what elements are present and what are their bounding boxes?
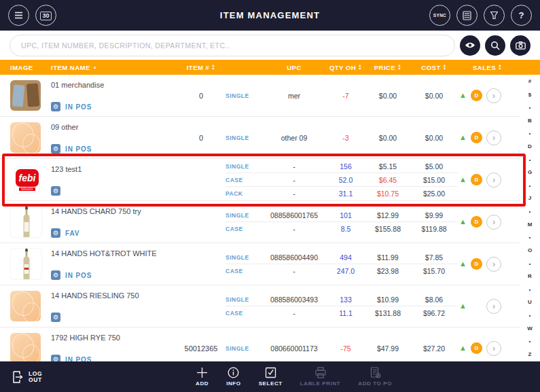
alpha-index-dot: •: [529, 287, 530, 292]
column-header-price[interactable]: PRICE ▲▼: [365, 64, 410, 71]
item-image: [10, 291, 41, 321]
price-value: $5.15: [365, 162, 410, 171]
search-input[interactable]: [10, 35, 455, 56]
price-value: $6.45: [365, 176, 410, 184]
qty-on-hand-link[interactable]: -3: [326, 134, 365, 142]
alpha-index-letter[interactable]: Z: [528, 352, 532, 357]
variant-line: CASE - 11.1 $131.88 $96.72: [226, 306, 458, 319]
alpha-index-dot: •: [529, 158, 530, 162]
column-header-sales[interactable]: SALES ▲▼: [458, 64, 515, 71]
help-button[interactable]: ?: [511, 5, 532, 26]
cost-value: $96.72: [410, 309, 458, 317]
menu-button[interactable]: [8, 5, 29, 26]
item-settings-gear-icon[interactable]: ⚙: [51, 228, 60, 238]
deal-badge-icon: D: [471, 90, 482, 101]
column-header-cost[interactable]: COST ▲▼: [410, 64, 458, 71]
alpha-index-letter[interactable]: M: [528, 222, 533, 228]
alpha-index-letter[interactable]: B: [528, 118, 532, 124]
item-management-screen: 30 ITEM MANAGEMENT SYNC ?: [0, 0, 540, 392]
alpha-index-letter[interactable]: J: [528, 196, 531, 201]
alpha-index-letter[interactable]: R: [528, 274, 532, 279]
qty-on-hand-link[interactable]: 8.5: [326, 225, 365, 233]
alpha-index-letter[interactable]: U: [528, 300, 532, 305]
item-settings-gear-icon[interactable]: ⚙: [51, 102, 60, 111]
calculator-button[interactable]: [456, 5, 478, 26]
column-header-item-number[interactable]: ITEM # ▲▼: [177, 64, 226, 71]
trend-up-icon: ▲: [459, 218, 467, 226]
calendar-button[interactable]: 30: [35, 5, 56, 26]
item-settings-gear-icon[interactable]: ⚙: [51, 355, 60, 361]
qty-on-hand-link[interactable]: -75: [326, 344, 365, 353]
item-settings-gear-icon[interactable]: ⚙: [51, 144, 60, 154]
table-row[interactable]: 09 other ⚙ IN POS 0 SINGLE other 09 -3 $…: [0, 117, 540, 159]
alpha-index-letter[interactable]: $: [528, 92, 531, 98]
alpha-index-dot: •: [529, 183, 530, 188]
select-button[interactable]: SELECT: [259, 367, 283, 387]
item-status-tag: IN POS: [65, 356, 92, 362]
alpha-index-letter[interactable]: W: [527, 326, 533, 332]
qty-on-hand-link[interactable]: 247.0: [326, 267, 365, 275]
sync-button[interactable]: SYNC: [429, 5, 450, 26]
table-row[interactable]: febibilstein 123 test1 ⚙ SINGLE - 156 $5…: [0, 159, 540, 201]
purchase-order-icon: [370, 367, 381, 378]
qty-on-hand-link[interactable]: 31.1: [326, 190, 365, 198]
trend-up-icon: ▲: [459, 176, 467, 183]
row-detail-button[interactable]: ›: [486, 341, 501, 356]
qty-on-hand-link[interactable]: 133: [326, 296, 365, 304]
cost-value: $25.00: [410, 190, 458, 198]
row-detail-button[interactable]: ›: [486, 130, 501, 145]
variant-lines: SINGLE 088586001765 101 $12.99 $9.99 CAS…: [226, 201, 458, 243]
search-button[interactable]: [485, 35, 505, 56]
row-detail-button[interactable]: ›: [486, 173, 501, 188]
qty-on-hand-link[interactable]: 11.1: [326, 309, 365, 317]
question-icon: ?: [519, 10, 524, 20]
row-detail-button[interactable]: ›: [486, 215, 501, 230]
deal-badge-icon: D: [471, 342, 482, 354]
variant-line: SINGLE 088586004490 494 $11.99 $7.85: [226, 251, 458, 264]
qty-on-hand-link[interactable]: -7: [326, 92, 365, 100]
alpha-index-letter[interactable]: G: [528, 170, 532, 175]
table-row[interactable]: 1792 HIGH RYE 750 ⚙ IN POS 50012365 SING…: [0, 327, 540, 361]
row-detail-button[interactable]: ›: [486, 257, 501, 272]
alpha-index-letter[interactable]: O: [528, 248, 532, 253]
item-settings-gear-icon[interactable]: ⚙: [51, 270, 60, 280]
alpha-index-letter[interactable]: D: [528, 144, 532, 149]
row-detail-button[interactable]: ›: [486, 88, 501, 103]
select-checkbox-icon: [265, 367, 276, 378]
price-value: $0.00: [365, 92, 410, 100]
camera-button[interactable]: [510, 35, 530, 56]
pack-type-label: CASE: [226, 177, 262, 183]
price-value: $131.88: [365, 309, 410, 317]
qty-on-hand-link[interactable]: 101: [326, 211, 365, 219]
column-header-qty-oh[interactable]: QTY OH ▲▼: [326, 64, 365, 71]
item-settings-gear-icon[interactable]: ⚙: [51, 313, 60, 322]
item-status-tag: FAV: [65, 230, 79, 237]
table-row[interactable]: 14 HANDS CHARD 750 try ⚙ FAV SINGLE 0885…: [0, 201, 540, 243]
filter-button[interactable]: [484, 5, 505, 26]
bottom-bar: LOG OUT ADD INFO: [0, 361, 540, 392]
pack-type-label: SINGLE: [226, 163, 262, 170]
qty-on-hand-link[interactable]: 52.0: [326, 176, 365, 184]
add-button[interactable]: ADD: [196, 367, 209, 387]
upc-value: mer: [262, 92, 326, 100]
visibility-button[interactable]: [460, 35, 480, 56]
top-bar: 30 ITEM MANAGEMENT SYNC ?: [0, 0, 540, 31]
alpha-index-dot: •: [529, 339, 530, 344]
funnel-icon: [490, 11, 499, 20]
variant-line: SINGLE 088586003493 133 $10.99 $8.06: [226, 293, 458, 306]
table-row[interactable]: 14 HANDS RIESLING 750 ⚙ SINGLE 088586003…: [0, 285, 540, 327]
pack-type-label: SINGLE: [226, 135, 262, 141]
row-detail-button[interactable]: ›: [486, 299, 501, 314]
qty-on-hand-link[interactable]: 156: [326, 162, 365, 171]
alphabet-index[interactable]: #$•B•D•G•J•M•O•R•U•W•Z: [520, 76, 540, 360]
qty-on-hand-link[interactable]: 494: [326, 253, 365, 262]
logout-button[interactable]: LOG OUT: [11, 370, 42, 384]
upc-value: -: [262, 162, 326, 171]
alpha-index-letter[interactable]: #: [528, 79, 531, 84]
column-header-item-name[interactable]: ITEM NAME▲: [51, 64, 177, 71]
table-row[interactable]: 01 merchandise ⚙ IN POS 0 SINGLE mer -7 …: [0, 75, 540, 117]
item-settings-gear-icon[interactable]: ⚙: [51, 186, 60, 196]
column-header-upc: UPC: [262, 64, 326, 71]
info-button[interactable]: INFO: [226, 367, 241, 387]
table-row[interactable]: 14 HANDS HOT&TROT WHITE ⚙ IN POS SINGLE …: [0, 243, 540, 285]
